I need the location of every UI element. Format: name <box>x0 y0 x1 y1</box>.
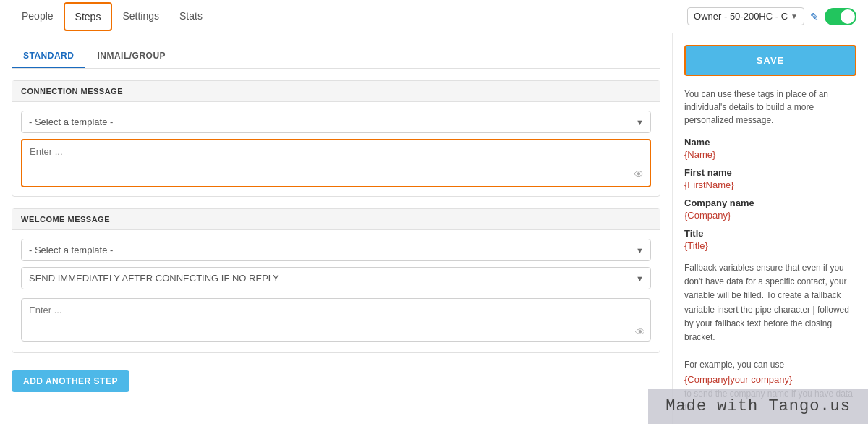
tag-title-value: {Title} <box>684 240 856 251</box>
eye-icon[interactable]: 👁 <box>634 169 644 180</box>
fallback-example-value: {Company|your company} <box>684 374 792 385</box>
save-button[interactable]: SAVE <box>684 45 856 76</box>
tag-name-value: {Name} <box>684 149 856 160</box>
tag-company-label: Company name <box>684 198 856 208</box>
connection-message-body: - Select a template - ▼ 👁 <box>12 102 660 196</box>
welcome-message-header: WELCOME MESSAGE <box>12 209 660 230</box>
tag-firstname-value: {FirstName} <box>684 179 856 190</box>
tag-name-label: Name <box>684 137 856 148</box>
connection-message-textarea[interactable] <box>22 140 650 184</box>
tag-name: Name {Name} <box>684 137 856 160</box>
active-toggle[interactable] <box>825 8 856 25</box>
connection-message-section: CONNECTION MESSAGE - Select a template -… <box>12 80 660 197</box>
sub-tabs: STANDARD INMAIL/GROUP <box>12 45 660 69</box>
owner-label: Owner - 50-200HC - C <box>694 11 788 22</box>
welcome-template-select[interactable]: - Select a template - <box>21 239 651 261</box>
welcome-message-section: WELCOME MESSAGE - Select a template - ▼ … <box>12 208 660 353</box>
tab-inmail-group[interactable]: INMAIL/GROUP <box>85 45 177 68</box>
tab-standard[interactable]: STANDARD <box>12 45 85 68</box>
tag-company: Company name {Company} <box>684 198 856 221</box>
connection-message-textarea-wrapper: 👁 <box>21 139 651 187</box>
send-option-select-wrapper: SEND IMMEDIATELY AFTER CONNECTING IF NO … <box>21 267 651 289</box>
connection-message-header: CONNECTION MESSAGE <box>12 81 660 102</box>
tag-company-value: {Company} <box>684 210 856 221</box>
connection-template-select[interactable]: - Select a template - <box>21 111 651 133</box>
chevron-down-icon: ▼ <box>791 12 798 20</box>
main-layout: STANDARD INMAIL/GROUP CONNECTION MESSAGE… <box>0 33 868 424</box>
left-panel: STANDARD INMAIL/GROUP CONNECTION MESSAGE… <box>0 33 673 424</box>
tag-title: Title {Title} <box>684 228 856 251</box>
add-another-step-button[interactable]: ADD ANOTHER STEP <box>12 370 129 392</box>
welcome-message-body: - Select a template - ▼ SEND IMMEDIATELY… <box>12 230 660 352</box>
tag-firstname-label: First name <box>684 167 856 178</box>
welcome-template-select-wrapper: - Select a template - ▼ <box>21 239 651 261</box>
tag-firstname: First name {FirstName} <box>684 167 856 190</box>
watermark: Made with Tango.us <box>648 389 868 424</box>
nav-right-controls: Owner - 50-200HC - C ▼ ✎ <box>687 7 856 25</box>
edit-icon[interactable]: ✎ <box>810 11 819 22</box>
eye-icon[interactable]: 👁 <box>635 326 645 338</box>
nav-steps[interactable]: Steps <box>64 2 113 31</box>
hint-text: You can use these tags in place of an in… <box>684 88 856 127</box>
top-navigation: People Steps Settings Stats Owner - 50-2… <box>0 0 868 33</box>
welcome-message-textarea-wrapper: 👁 <box>21 295 651 344</box>
fallback-example-intro: For example, you can use <box>684 360 784 370</box>
owner-dropdown[interactable]: Owner - 50-200HC - C ▼ <box>687 7 804 25</box>
welcome-message-textarea[interactable] <box>21 298 651 342</box>
right-panel: SAVE You can use these tags in place of … <box>673 33 868 424</box>
send-option-select[interactable]: SEND IMMEDIATELY AFTER CONNECTING IF NO … <box>21 267 651 289</box>
tag-title-label: Title <box>684 228 856 239</box>
fallback-intro-text: Fallback variables ensure that even if y… <box>684 263 849 342</box>
connection-template-select-wrapper: - Select a template - ▼ <box>21 111 651 133</box>
